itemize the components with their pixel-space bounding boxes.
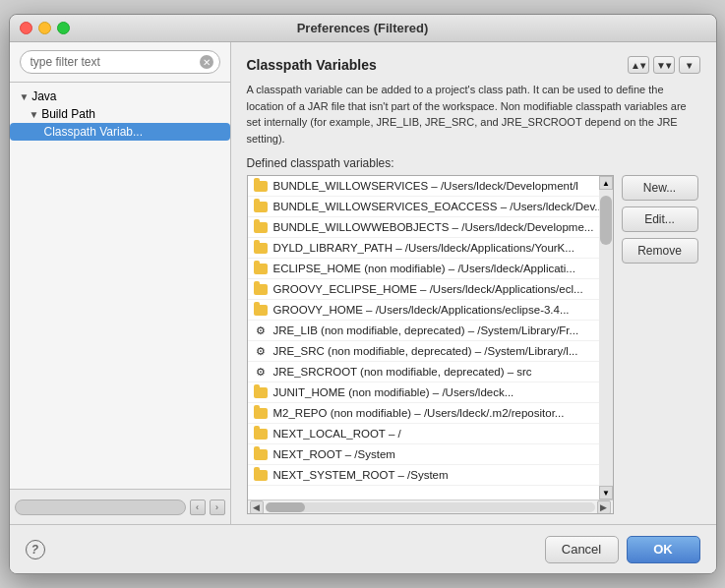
traffic-lights [20,22,70,34]
var-text-6: GROOVY_HOME – /Users/ldeck/Applications/… [273,304,570,316]
hscroll-left-button[interactable]: ◀ [250,500,264,514]
hscroll-thumb[interactable] [266,502,305,512]
maximize-button[interactable] [57,22,70,34]
window-title: Preferences (Filtered) [297,21,429,35]
dialog-footer: ? Cancel OK [10,524,716,573]
var-text-2: BUNDLE_WILLOWWEBOBJECTS – /Users/ldeck/D… [273,221,594,233]
var-item-7[interactable]: ⚙ JRE_LIB (non modifiable, deprecated) –… [248,321,599,341]
description-text: A classpath variable can be added to a p… [247,82,700,147]
var-item-0[interactable]: BUNDLE_WILLOWSERVICES – /Users/ldeck/Dev… [248,176,599,197]
variables-list[interactable]: BUNDLE_WILLOWSERVICES – /Users/ldeck/Dev… [248,176,599,500]
folder-icon-14 [254,468,268,482]
new-button[interactable]: New... [622,175,698,201]
var-text-11: M2_REPO (non modifiable) – /Users/ldeck/… [273,407,565,419]
sidebar: ✕ ▼ Java ▼ Build Path Classpath Variab..… [10,42,231,524]
tree-item-java[interactable]: ▼ Java [10,88,230,105]
gear-icon-7: ⚙ [254,323,268,337]
title-bar: Preferences (Filtered) [10,15,716,42]
search-input[interactable] [30,55,196,69]
list-wrapper: BUNDLE_WILLOWSERVICES – /Users/ldeck/Dev… [248,176,613,500]
var-item-13[interactable]: NEXT_ROOT – /System [248,444,599,465]
folder-icon-13 [254,447,268,461]
sidebar-back-button[interactable]: ‹ [190,500,206,515]
var-item-8[interactable]: ⚙ JRE_SRC (non modifiable, deprecated) –… [248,341,599,362]
variables-list-container: BUNDLE_WILLOWSERVICES – /Users/ldeck/Dev… [247,175,614,514]
footer-buttons: Cancel OK [545,536,700,563]
help-button[interactable]: ? [26,540,45,559]
scroll-down-button[interactable]: ▼ [599,486,613,500]
list-and-buttons: BUNDLE_WILLOWSERVICES – /Users/ldeck/Dev… [247,175,700,514]
title-down-button[interactable]: ▼ ▾ [653,56,675,74]
folder-icon-12 [254,427,268,441]
scroll-thumb[interactable] [600,196,612,245]
var-text-3: DYLD_LIBRARY_PATH – /Users/ldeck/Applica… [273,242,574,254]
panel-title-text: Classpath Variables [247,57,377,73]
up-icon: ▲ [631,60,640,71]
var-text-12: NEXT_LOCAL_ROOT – / [273,428,401,440]
tree-view: ▼ Java ▼ Build Path Classpath Variab... [10,83,230,489]
var-item-14[interactable]: NEXT_SYSTEM_ROOT – /System [248,465,599,486]
search-clear-button[interactable]: ✕ [200,55,213,69]
tree-item-classpath-variables[interactable]: Classpath Variab... [10,123,230,141]
sidebar-bottom: ‹ › [10,489,230,524]
title-icon-group: ▲ ▾ ▼ ▾ ▾ [628,56,700,74]
gear-icon-8: ⚙ [254,344,268,358]
edit-button[interactable]: Edit... [622,206,698,232]
var-text-9: JRE_SRCROOT (non modifiable, deprecated)… [273,366,532,378]
scroll-track[interactable] [599,190,613,486]
var-item-1[interactable]: BUNDLE_WILLOWSERVICES_EOACCESS – /Users/… [248,197,599,217]
folder-icon-11 [254,406,268,420]
hscroll-track[interactable] [266,502,595,512]
var-text-5: GROOVY_ECLIPSE_HOME – /Users/ldeck/Appli… [273,283,583,295]
var-item-4[interactable]: ECLIPSE_HOME (non modifiable) – /Users/l… [248,259,599,279]
tree-arrow-build-path: ▼ [30,109,42,120]
gear-icon-9: ⚙ [254,365,268,379]
defined-label: Defined classpath variables: [247,156,700,170]
horizontal-scrollbar-area: ◀ ▶ [248,500,613,513]
title-menu-button[interactable]: ▾ [679,56,700,74]
folder-icon-4 [254,262,268,275]
hscroll-right-button[interactable]: ▶ [597,500,611,514]
folder-icon-0 [254,179,268,193]
dropdown-icon2: ▾ [666,60,671,71]
cancel-button[interactable]: Cancel [545,536,619,563]
var-text-13: NEXT_ROOT – /System [273,448,395,460]
var-text-8: JRE_SRC (non modifiable, deprecated) – /… [273,345,578,357]
search-box: ✕ [20,50,220,74]
folder-icon-1 [254,200,268,213]
sidebar-scrollbar[interactable] [15,500,186,515]
title-up-button[interactable]: ▲ ▾ [628,56,649,74]
var-text-4: ECLIPSE_HOME (non modifiable) – /Users/l… [273,263,575,274]
action-buttons: New... Edit... Remove [622,175,700,514]
var-text-10: JUNIT_HOME (non modifiable) – /Users/lde… [273,386,514,398]
var-item-10[interactable]: JUNIT_HOME (non modifiable) – /Users/lde… [248,382,599,403]
var-item-2[interactable]: BUNDLE_WILLOWWEBOBJECTS – /Users/ldeck/D… [248,217,599,238]
var-item-12[interactable]: NEXT_LOCAL_ROOT – / [248,424,599,444]
close-button[interactable] [20,22,32,34]
minimize-button[interactable] [38,22,51,34]
var-text-0: BUNDLE_WILLOWSERVICES – /Users/ldeck/Dev… [273,180,578,192]
search-container: ✕ [10,42,230,83]
menu-icon: ▾ [687,60,692,71]
var-item-5[interactable]: GROOVY_ECLIPSE_HOME – /Users/ldeck/Appli… [248,279,599,300]
var-text-1: BUNDLE_WILLOWSERVICES_EOACCESS – /Users/… [273,201,599,212]
preferences-dialog: Preferences (Filtered) ✕ ▼ Java ▼ Build … [9,14,717,574]
content-area: ✕ ▼ Java ▼ Build Path Classpath Variab..… [10,42,716,524]
scroll-up-button[interactable]: ▲ [599,176,613,190]
tree-arrow-java: ▼ [20,91,32,102]
tree-item-build-path[interactable]: ▼ Build Path [10,105,230,123]
var-item-3[interactable]: DYLD_LIBRARY_PATH – /Users/ldeck/Applica… [248,238,599,259]
folder-icon-5 [254,282,268,296]
ok-button[interactable]: OK [627,536,700,563]
folder-icon-2 [254,220,268,234]
vertical-scrollbar[interactable]: ▲ ▼ [599,176,613,500]
sidebar-forward-button[interactable]: › [210,500,225,515]
remove-button[interactable]: Remove [622,238,698,264]
var-item-6[interactable]: GROOVY_HOME – /Users/ldeck/Applications/… [248,300,599,321]
var-text-7: JRE_LIB (non modifiable, deprecated) – /… [273,324,579,336]
panel-header: Classpath Variables ▲ ▾ ▼ ▾ ▾ [247,56,700,74]
var-item-11[interactable]: M2_REPO (non modifiable) – /Users/ldeck/… [248,403,599,424]
down-icon: ▼ [656,60,666,71]
var-item-9[interactable]: ⚙ JRE_SRCROOT (non modifiable, deprecate… [248,362,599,382]
dropdown-icon: ▾ [640,60,645,71]
